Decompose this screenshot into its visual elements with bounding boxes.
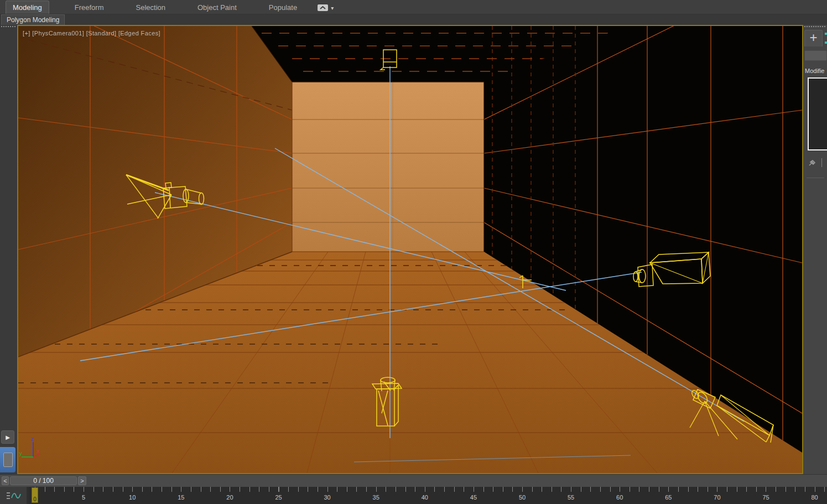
viewport[interactable]: [+] [PhysCamera001] [Standard] [Edged Fa… xyxy=(17,25,803,474)
modifier-stack-box[interactable] xyxy=(808,77,827,150)
tab-object-paint[interactable]: Object Paint xyxy=(191,1,243,14)
current-frame-marker[interactable]: 0 xyxy=(32,487,38,503)
toolbar-drag-handle[interactable] xyxy=(1,26,15,27)
pin-stack-icon[interactable] xyxy=(807,158,816,168)
chevron-down-icon: ▾ xyxy=(331,5,334,11)
divider xyxy=(821,158,822,167)
previous-frame-button[interactable]: < xyxy=(2,476,9,485)
frame-label: 50 xyxy=(519,494,526,501)
main-area: ▶ [+] [PhysCamera001] [Standard] [Edged … xyxy=(0,25,827,474)
tab-populate[interactable]: Populate xyxy=(262,1,304,14)
frame-label: 40 xyxy=(422,494,428,501)
panel-drag-handle[interactable] xyxy=(804,26,825,27)
frame-label: 65 xyxy=(665,494,672,501)
create-tab-plus-icon[interactable]: + xyxy=(804,30,823,46)
curve-editor-icon xyxy=(5,490,22,501)
ribbon-minimize-button[interactable]: ▾ xyxy=(317,4,334,14)
time-slider: < 0 / 100 > xyxy=(0,475,827,487)
play-arrow-icon: ▶ xyxy=(6,434,10,440)
frame-label: 30 xyxy=(324,494,330,501)
tab-selection[interactable]: Selection xyxy=(129,1,172,14)
axis-z-label: z xyxy=(31,435,34,442)
frame-label: 60 xyxy=(616,494,623,501)
back-wall xyxy=(292,82,484,252)
track-bar: 5101520253035404550556065707580 0 xyxy=(0,487,827,504)
track-bar-ruler[interactable]: 5101520253035404550556065707580 0 xyxy=(29,487,827,504)
layout-preview-icon xyxy=(3,453,13,467)
modify-tab-icon[interactable] xyxy=(825,32,827,45)
frame-label: 70 xyxy=(714,494,720,501)
tab-polygon-modeling[interactable]: Polygon Modeling xyxy=(1,14,65,25)
command-panel: + Modifie xyxy=(803,25,827,474)
viewport-label[interactable]: [+] [PhysCamera001] [Standard] [Edged Fa… xyxy=(23,30,160,37)
ribbon-minimize-icon xyxy=(317,4,329,12)
mini-curve-editor-button[interactable] xyxy=(0,487,27,504)
frame-label: 25 xyxy=(275,494,282,501)
modifier-list-label: Modifie xyxy=(805,67,824,74)
viewport-3d-scene[interactable]: z y x xyxy=(18,26,802,473)
frame-label: 5 xyxy=(82,494,85,501)
viewport-layout-tab[interactable] xyxy=(0,447,15,472)
frame-label: 55 xyxy=(568,494,574,501)
axis-y-label: y xyxy=(19,450,22,456)
time-slider-value[interactable]: 0 / 100 xyxy=(10,476,77,485)
divider xyxy=(807,178,824,178)
frame-label: 45 xyxy=(470,494,477,501)
frame-label: 15 xyxy=(178,494,184,501)
frame-label: 35 xyxy=(373,494,379,501)
left-toolbar-strip: ▶ xyxy=(0,25,17,474)
frame-label: 20 xyxy=(226,494,233,501)
tab-freeform[interactable]: Freeform xyxy=(68,1,111,14)
frame-label: 75 xyxy=(762,494,769,501)
frame-label: 10 xyxy=(129,494,136,501)
ribbon-panel-row: Polygon Modeling xyxy=(0,14,827,25)
ruler-ticks xyxy=(29,487,827,492)
axis-x-label: x xyxy=(37,448,40,454)
object-name-field[interactable] xyxy=(804,50,827,61)
expand-panel-button[interactable]: ▶ xyxy=(1,430,14,444)
tab-modeling[interactable]: Modeling xyxy=(6,1,49,14)
ribbon-tab-bar: Modeling Freeform Selection Object Paint… xyxy=(0,0,827,14)
frame-label: 80 xyxy=(811,494,818,501)
next-frame-button[interactable]: > xyxy=(78,476,86,485)
application-window: Modeling Freeform Selection Object Paint… xyxy=(0,0,827,504)
